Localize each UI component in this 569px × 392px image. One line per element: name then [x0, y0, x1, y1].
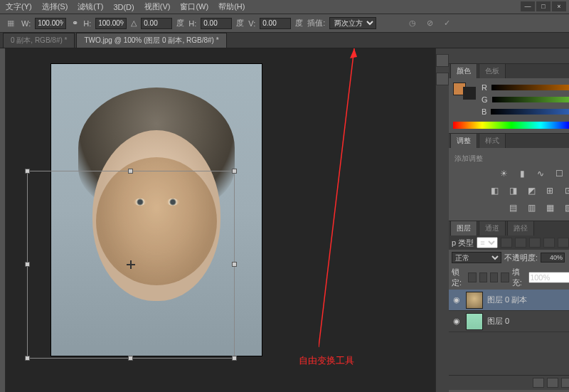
menu-bar: 文字(Y) 选择(S) 滤镜(T) 3D(D) 视图(V) 窗口(W) 帮助(H…	[0, 0, 569, 14]
interp-label: 插值:	[307, 18, 325, 28]
commit-transform-icon[interactable]: ✓	[440, 17, 453, 30]
adj-levels-icon[interactable]: ▮	[516, 168, 528, 179]
adj-grad-icon[interactable]: ▦	[543, 202, 556, 213]
angle-input[interactable]	[141, 18, 172, 29]
lock-pos-icon[interactable]	[490, 272, 498, 282]
r-slider[interactable]	[491, 85, 569, 90]
adj-curves-icon[interactable]: ∿	[534, 168, 547, 179]
layer-fx-icon[interactable]	[547, 378, 558, 388]
filter-label: p 类型	[452, 238, 474, 248]
adj-hue-icon[interactable]: ◧	[488, 185, 501, 196]
skew-h-input[interactable]	[201, 18, 232, 29]
filter-shape-icon[interactable]	[543, 238, 555, 248]
annotation-text: 自由变换工具	[299, 354, 354, 367]
lock-pixel-icon[interactable]	[479, 272, 487, 282]
lock-label: 锁定:	[452, 267, 465, 288]
cancel-transform-icon[interactable]: ⊘	[423, 17, 436, 30]
filter-smart-icon[interactable]	[558, 238, 569, 248]
adj-photo-icon[interactable]: ◩	[525, 185, 538, 196]
adjustments-tab[interactable]: 调整	[450, 133, 477, 148]
document-canvas[interactable]	[51, 64, 262, 356]
layer-mask-icon[interactable]	[561, 378, 569, 388]
filter-pixel-icon[interactable]	[501, 238, 512, 248]
adj-mixer-icon[interactable]: ⊞	[543, 185, 556, 196]
filter-type-icon[interactable]	[529, 238, 541, 248]
adjustment-hint: 添加调整	[453, 152, 569, 165]
layer-visibility-icon[interactable]: ◉	[452, 317, 462, 327]
height-label: H:	[83, 19, 91, 28]
skew-v-label: V:	[248, 19, 255, 28]
color-tab[interactable]: 颜色	[450, 63, 477, 78]
filter-adj-icon[interactable]	[515, 238, 526, 248]
doc-tab-1[interactable]: 0 副本, RGB/8#) *	[3, 33, 75, 48]
adj-poster-icon[interactable]: ▤	[506, 202, 519, 213]
svg-marker-1	[350, 48, 357, 58]
menu-select[interactable]: 选择(S)	[42, 1, 68, 12]
menu-3d[interactable]: 3D(D)	[113, 3, 134, 11]
adj-brightness-icon[interactable]: ☀	[497, 168, 510, 179]
tool-strip[interactable]	[0, 48, 6, 392]
history-panel-icon[interactable]	[436, 54, 449, 67]
layer-name[interactable]: 图层 0	[487, 316, 509, 327]
transform-handle-tl[interactable]	[25, 169, 30, 174]
tool-preset-icon[interactable]: ▦	[4, 17, 17, 30]
interpolation-select[interactable]: 两次立方	[329, 17, 376, 29]
background-swatch[interactable]	[463, 87, 476, 100]
skew-v-unit: 度	[295, 18, 303, 28]
b-slider[interactable]	[491, 109, 569, 115]
layer-row[interactable]: ◉ 图层 0 副本	[449, 290, 569, 311]
link-layers-icon[interactable]	[533, 378, 544, 388]
layers-tab[interactable]: 图层	[450, 221, 477, 235]
opacity-input[interactable]	[541, 253, 565, 263]
angle-unit: 度	[176, 18, 184, 28]
warp-mode-icon[interactable]: ◷	[406, 17, 419, 30]
menu-window[interactable]: 窗口(W)	[180, 1, 208, 12]
window-close[interactable]: ×	[552, 1, 566, 11]
blend-mode-select[interactable]: 正常	[452, 252, 501, 263]
transform-handle-bm[interactable]	[128, 356, 133, 361]
annotation-arrow	[319, 48, 361, 354]
styles-tab[interactable]: 样式	[479, 133, 506, 148]
transform-handle-bl[interactable]	[25, 356, 30, 361]
adj-thresh-icon[interactable]: ▥	[525, 202, 538, 213]
channels-tab[interactable]: 通道	[479, 221, 506, 235]
lock-trans-icon[interactable]	[468, 272, 476, 282]
properties-panel-icon[interactable]	[436, 73, 449, 85]
filter-select[interactable]: ≡	[477, 237, 498, 248]
adj-lookup-icon[interactable]: ⊡	[562, 185, 569, 196]
g-slider[interactable]	[492, 97, 569, 102]
menu-filter[interactable]: 滤镜(T)	[78, 1, 103, 12]
layer-visibility-icon[interactable]: ◉	[452, 295, 462, 305]
skew-v-input[interactable]	[260, 18, 291, 29]
hue-ramp[interactable]	[453, 122, 569, 129]
fill-input[interactable]	[528, 272, 569, 283]
menu-view[interactable]: 视图(V)	[144, 1, 171, 12]
menu-help[interactable]: 帮助(H)	[218, 1, 245, 12]
fill-label: 填充:	[512, 267, 526, 288]
options-bar: ▦ W: ⚭ H: △ 度 H: 度 V: 度 插值: 两次立方 ◷ ⊘ ✓	[0, 14, 569, 33]
document-tabs: 0 副本, RGB/8#) * TWO.jpg @ 100% (图层 0 副本,…	[0, 33, 569, 48]
adj-select-icon[interactable]: ▧	[562, 202, 569, 213]
canvas-area[interactable]: 自由变换工具	[6, 48, 435, 392]
paths-tab[interactable]: 路径	[507, 221, 534, 235]
adj-exposure-icon[interactable]: ☐	[553, 168, 565, 179]
window-maximize[interactable]: □	[536, 1, 551, 11]
layer-name[interactable]: 图层 0 副本	[487, 295, 527, 305]
height-input[interactable]	[95, 18, 127, 29]
width-input[interactable]	[35, 18, 66, 29]
doc-tab-2[interactable]: TWO.jpg @ 100% (图层 0 副本, RGB/8#) *	[76, 33, 226, 48]
lock-all-icon[interactable]	[501, 272, 509, 282]
workspace-switcher[interactable]: 基本功能	[449, 48, 569, 64]
adj-bw-icon[interactable]: ◨	[506, 185, 519, 196]
menu-text[interactable]: 文字(Y)	[6, 1, 32, 12]
link-icon[interactable]: ⚭	[70, 18, 79, 28]
skew-h-unit: 度	[236, 18, 244, 28]
transform-handle-br[interactable]	[232, 356, 237, 361]
transform-handle-ml[interactable]	[25, 262, 30, 267]
fg-bg-swatches[interactable]	[453, 83, 476, 115]
window-minimize[interactable]: —	[521, 1, 535, 11]
layer-thumbnail[interactable]	[466, 292, 483, 309]
layer-thumbnail[interactable]	[466, 313, 483, 330]
layer-row[interactable]: ◉ 图层 0	[449, 311, 569, 332]
swatches-tab[interactable]: 色板	[479, 63, 506, 78]
